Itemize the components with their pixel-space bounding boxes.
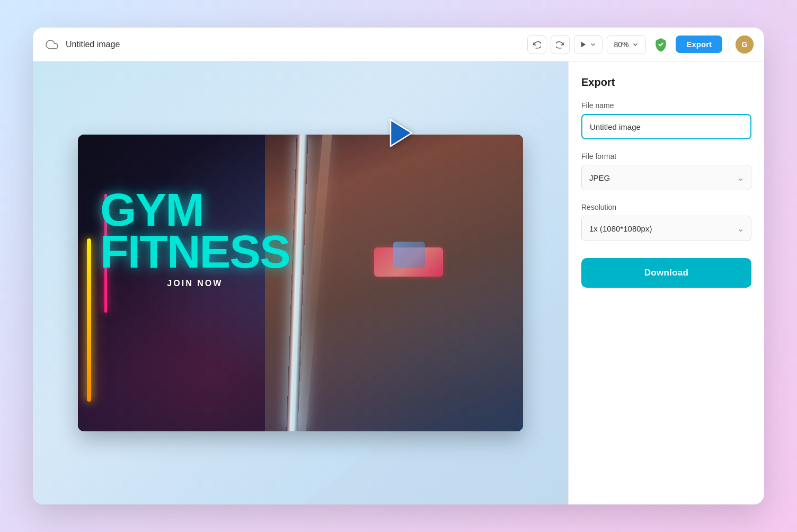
svg-marker-0 — [581, 41, 586, 47]
resolution-select[interactable]: 1x (1080*1080px) 2x (2160*2160px) 0.5x (… — [581, 216, 751, 241]
preview-button[interactable] — [574, 35, 603, 54]
gym-poster: GYM FITNESS JOIN NOW — [78, 135, 523, 431]
resolution-group: Resolution 1x (1080*1080px) 2x (2160*216… — [581, 203, 751, 241]
app-window: Untitled image 80 — [33, 28, 764, 504]
export-panel: Export File name File format JPEG PNG SV… — [568, 61, 764, 504]
file-format-group: File format JPEG PNG SVG PDF ⌄ — [581, 152, 751, 190]
document-title: Untitled image — [66, 40, 120, 49]
main-content: GYM FITNESS JOIN NOW Export File name — [33, 61, 764, 504]
file-name-label: File name — [581, 101, 751, 110]
gym-label: GYM — [100, 189, 290, 230]
header-divider — [729, 37, 729, 52]
zoom-value: 80% — [614, 40, 628, 49]
file-name-input[interactable] — [581, 114, 751, 139]
file-format-select-wrapper: JPEG PNG SVG PDF ⌄ — [581, 165, 751, 190]
export-button[interactable]: Export — [676, 36, 722, 53]
svg-text:G: G — [742, 40, 748, 49]
undo-button[interactable] — [527, 35, 546, 54]
zoom-selector[interactable]: 80% — [607, 35, 646, 54]
cloud-icon — [43, 36, 60, 53]
resolution-label: Resolution — [581, 203, 751, 211]
avatar[interactable]: G — [736, 36, 754, 54]
header-left: Untitled image — [43, 36, 521, 53]
join-now-label: JOIN NOW — [100, 279, 290, 288]
gym-text-block: GYM FITNESS JOIN NOW — [100, 189, 290, 288]
file-format-label: File format — [581, 152, 751, 161]
header-center: 80% — [527, 35, 646, 54]
glasses-blue-reflection — [393, 242, 425, 268]
resolution-select-wrapper: 1x (1080*1080px) 2x (2160*2160px) 0.5x (… — [581, 216, 751, 241]
header: Untitled image 80 — [33, 28, 764, 61]
panel-title: Export — [581, 76, 751, 88]
file-name-group: File name — [581, 101, 751, 139]
canvas-image: GYM FITNESS JOIN NOW — [78, 135, 523, 431]
redo-button[interactable] — [551, 35, 570, 54]
fitness-label: FITNESS — [100, 230, 290, 272]
shield-icon — [652, 36, 669, 53]
header-right: Export G — [652, 36, 754, 54]
neon-yellow-light — [87, 238, 91, 402]
canvas-area: GYM FITNESS JOIN NOW — [33, 61, 568, 504]
download-button[interactable]: Download — [581, 258, 751, 288]
file-format-select[interactable]: JPEG PNG SVG PDF — [581, 165, 751, 190]
